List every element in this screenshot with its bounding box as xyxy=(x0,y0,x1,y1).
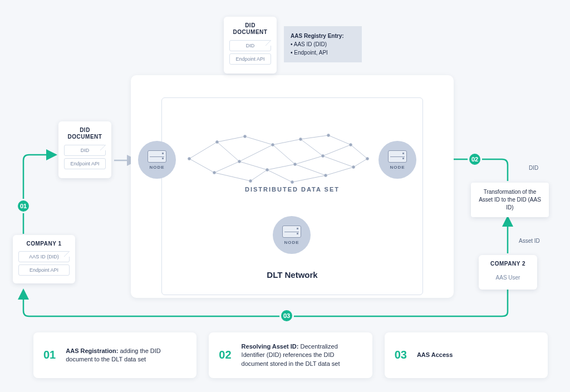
svg-line-21 xyxy=(323,156,353,167)
did-document-top: DID DOCUMENT DID Endpoint API xyxy=(224,17,277,74)
registry-line: • AAS ID (DID) xyxy=(291,40,355,48)
did-arrow-label: DID xyxy=(529,165,538,171)
did-chip: DID xyxy=(229,40,271,51)
legend-row: 01 AAS Registration: adding the DID docu… xyxy=(33,332,548,378)
svg-point-40 xyxy=(352,166,355,169)
legend-num: 03 xyxy=(395,349,407,361)
mesh-network-icon xyxy=(184,131,373,187)
endpoint-api-chip: Endpoint API xyxy=(64,158,106,169)
server-icon xyxy=(148,150,166,163)
svg-point-32 xyxy=(266,169,269,171)
transform-text: Transformation of the Asset ID to the DI… xyxy=(479,189,541,210)
svg-line-2 xyxy=(217,136,245,142)
dlt-network-title: DLT Network xyxy=(131,270,454,280)
legend-card-02: 02 Resolving Asset ID: Decentralized Ide… xyxy=(209,332,372,378)
endpoint-api-chip: Endpoint API xyxy=(18,264,70,276)
aas-id-chip: AAS ID (DID) xyxy=(18,251,70,262)
svg-point-37 xyxy=(322,155,325,158)
node-label: NODE xyxy=(390,165,405,170)
transformation-box: Transformation of the Asset ID to the DI… xyxy=(471,183,549,217)
aas-user-label: AAS User xyxy=(484,271,532,284)
server-icon xyxy=(282,226,301,238)
svg-point-27 xyxy=(213,171,216,174)
svg-line-18 xyxy=(292,175,326,182)
svg-line-19 xyxy=(328,135,351,145)
did-document-left: DID DOCUMENT DID Endpoint API xyxy=(58,121,111,178)
registry-line: • Endpoint, API xyxy=(291,48,355,57)
svg-line-4 xyxy=(214,161,239,173)
svg-point-35 xyxy=(291,181,294,184)
svg-line-0 xyxy=(189,142,217,159)
legend-text: AAS Access xyxy=(417,351,453,359)
legend-num: 02 xyxy=(219,349,231,361)
svg-line-17 xyxy=(295,164,326,175)
svg-line-13 xyxy=(267,170,292,182)
svg-line-24 xyxy=(353,159,367,167)
legend-num: 01 xyxy=(43,349,56,361)
server-icon xyxy=(388,150,407,163)
step-badge-03: 03 xyxy=(279,308,294,323)
svg-point-41 xyxy=(366,158,369,160)
svg-line-20 xyxy=(323,145,351,156)
assetid-arrow-label: Asset ID xyxy=(519,238,540,244)
node-label: NODE xyxy=(284,240,299,245)
distributed-data-set-label: DISTRIBUTED DATA SET xyxy=(131,186,454,193)
svg-line-1 xyxy=(189,159,214,173)
company-title: COMPANY 1 xyxy=(18,241,70,247)
endpoint-api-chip: Endpoint API xyxy=(229,53,271,65)
step-badge-01: 01 xyxy=(16,199,31,213)
did-doc-title: DID DOCUMENT xyxy=(229,22,271,36)
svg-point-26 xyxy=(216,141,219,144)
svg-line-8 xyxy=(239,161,267,170)
legend-card-03: 03 AAS Access xyxy=(385,332,548,378)
company-title: COMPANY 2 xyxy=(484,261,532,267)
svg-point-33 xyxy=(299,138,302,141)
node-bottom: NODE xyxy=(273,216,311,254)
svg-line-10 xyxy=(273,139,301,145)
svg-point-28 xyxy=(244,135,247,138)
legend-card-01: 01 AAS Registration: adding the DID docu… xyxy=(33,332,196,378)
company-1-box: COMPANY 1 AAS ID (DID) Endpoint API xyxy=(13,235,75,283)
svg-point-29 xyxy=(238,160,241,163)
svg-point-36 xyxy=(327,134,330,137)
svg-line-7 xyxy=(239,145,273,161)
company-2-box: COMPANY 2 AAS User xyxy=(479,255,537,290)
node-right: NODE xyxy=(379,141,416,179)
svg-point-30 xyxy=(249,180,252,183)
legend-text: Resolving Asset ID: Decentralized Identi… xyxy=(242,342,362,368)
legend-text: AAS Registration: adding the DID documen… xyxy=(66,347,186,364)
svg-line-22 xyxy=(326,167,353,175)
svg-line-3 xyxy=(217,142,239,161)
svg-point-34 xyxy=(294,163,297,166)
registry-heading: AAS Registry Entry: xyxy=(291,32,355,40)
svg-line-16 xyxy=(295,156,323,164)
svg-point-25 xyxy=(188,158,191,160)
svg-line-14 xyxy=(301,135,328,139)
svg-line-23 xyxy=(351,145,367,159)
dlt-inner-border xyxy=(161,97,423,295)
svg-line-15 xyxy=(301,139,323,156)
svg-line-9 xyxy=(250,170,267,181)
svg-line-6 xyxy=(245,136,273,145)
node-left: NODE xyxy=(138,141,176,179)
svg-line-12 xyxy=(267,164,295,170)
aas-registry-entry: AAS Registry Entry: • AAS ID (DID) • End… xyxy=(284,26,362,62)
svg-point-38 xyxy=(325,174,327,177)
svg-point-39 xyxy=(350,144,352,146)
did-chip: DID xyxy=(64,145,106,156)
step-badge-02: 02 xyxy=(468,152,482,166)
diagram-root: DISTRIBUTED DATA SET DLT Network xyxy=(0,0,570,392)
did-doc-title: DID DOCUMENT xyxy=(64,127,106,140)
svg-line-11 xyxy=(273,145,295,164)
svg-point-31 xyxy=(272,144,274,146)
svg-line-5 xyxy=(214,173,250,181)
node-label: NODE xyxy=(149,165,164,170)
